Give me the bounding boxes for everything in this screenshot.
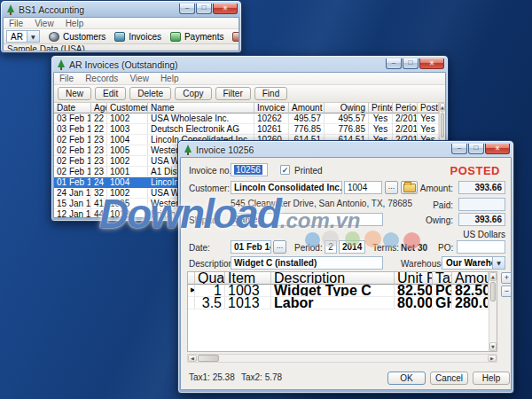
table-cell[interactable]: 1005 <box>107 199 148 209</box>
table-cell[interactable]: 12 Jan 14 <box>54 209 91 218</box>
column-header[interactable]: Date <box>54 103 91 113</box>
po-input[interactable] <box>457 240 505 254</box>
close-button[interactable]: x <box>419 59 444 69</box>
column-header[interactable]: Posted <box>418 103 439 113</box>
table-cell[interactable]: 280.00 <box>452 297 489 309</box>
payments-button[interactable]: Payments <box>170 32 223 42</box>
table-cell[interactable]: 10262 <box>254 113 289 124</box>
ok-button[interactable]: OK <box>387 372 426 385</box>
period-year-input[interactable]: 2014 <box>339 240 365 254</box>
new-button[interactable]: New <box>58 87 91 100</box>
minimize-button[interactable]: – <box>451 144 467 154</box>
table-cell[interactable]: 32 <box>91 188 107 199</box>
table-cell[interactable]: 01 Feb 14 <box>54 177 91 188</box>
table-row[interactable]: ▶11003Widget Type C82.50PGH82.50 <box>188 285 489 297</box>
table-cell[interactable]: 23 <box>91 135 107 145</box>
scroll-right-icon[interactable]: ▶ <box>488 355 497 362</box>
table-cell[interactable]: 1018 <box>107 209 148 218</box>
table-cell[interactable]: 1004 <box>107 177 148 188</box>
column-header[interactable]: Owing <box>325 103 369 113</box>
table-row[interactable]: 3.51013Labor80.00GH280.00 <box>188 297 489 309</box>
column-header[interactable]: Unit Price <box>395 272 433 285</box>
cancel-button[interactable]: Cancel <box>430 372 468 385</box>
scroll-down-icon[interactable]: ▼ <box>489 342 497 351</box>
add-line-button[interactable]: + <box>501 272 512 284</box>
table-cell[interactable]: 1003 <box>225 285 271 297</box>
chevron-down-icon[interactable]: ▼ <box>492 257 505 269</box>
printed-checkbox[interactable]: ✓ <box>280 165 290 175</box>
table-cell[interactable]: 02 Feb 14 <box>54 167 91 177</box>
table-cell[interactable]: 15 Jan 14 <box>54 199 91 209</box>
delete-button[interactable]: Delete <box>129 87 171 100</box>
maximize-button[interactable]: □ <box>403 59 419 69</box>
table-cell[interactable]: 1 <box>195 285 225 297</box>
table-cell[interactable]: 23 <box>91 156 107 167</box>
scrollbar-thumb[interactable] <box>441 113 444 137</box>
table-row[interactable]: 03 Feb 14221003Deutsch Electronik AG1026… <box>54 124 439 135</box>
menu-help[interactable]: Help <box>66 19 84 28</box>
close-button[interactable]: x <box>485 144 510 154</box>
table-cell[interactable]: 02 Feb 14 <box>54 135 91 145</box>
table-cell[interactable]: 1002 <box>107 188 148 199</box>
scroll-up-icon[interactable]: ▲ <box>489 272 497 281</box>
table-cell[interactable]: 02 Feb 14 <box>54 145 91 156</box>
column-header[interactable]: Name <box>148 103 254 113</box>
table-cell[interactable]: 1013 <box>225 297 271 309</box>
table-cell[interactable]: GH <box>433 297 452 309</box>
table-cell[interactable]: Deutsch Electronik AG <box>148 124 254 135</box>
table-cell[interactable]: 03 Feb 14 <box>54 124 91 135</box>
menu-view[interactable]: View <box>129 74 149 83</box>
close-button[interactable]: x <box>213 4 238 14</box>
table-cell[interactable]: PGH <box>433 285 452 297</box>
minimize-button[interactable]: – <box>179 4 195 14</box>
table-cell[interactable]: Yes <box>418 113 439 124</box>
table-cell[interactable]: 22 <box>91 113 107 124</box>
column-header[interactable]: Printed <box>369 103 393 113</box>
table-cell[interactable]: 24 <box>91 177 107 188</box>
table-cell[interactable]: 1003 <box>107 124 148 135</box>
scrollbar-thumb[interactable] <box>198 355 219 362</box>
remove-line-button[interactable]: − <box>501 286 512 297</box>
date-input[interactable]: 01 Feb 14 <box>231 240 271 254</box>
table-cell[interactable]: 23 <box>91 145 107 156</box>
minimize-button[interactable]: – <box>386 59 402 69</box>
menu-file[interactable]: File <box>59 74 74 83</box>
maximize-button[interactable]: □ <box>196 4 212 14</box>
table-cell[interactable]: Yes <box>369 124 393 135</box>
vertical-scrollbar[interactable]: ▲ ▼ <box>489 272 497 351</box>
module-selector[interactable]: AR ▼ <box>6 30 40 43</box>
table-cell[interactable]: 03 Feb 14 <box>54 113 91 124</box>
table-row[interactable]: 03 Feb 14221002USA Wholesale Inc.1026249… <box>54 113 439 124</box>
find-button[interactable]: Find <box>254 87 287 100</box>
table-cell[interactable]: 3.5 <box>195 297 225 309</box>
table-cell[interactable]: Yes <box>418 124 439 135</box>
table-cell[interactable]: 1002 <box>107 156 148 167</box>
table-cell[interactable]: 495.57 <box>289 113 325 124</box>
column-header[interactable]: Description <box>271 272 395 285</box>
warehouse-select[interactable]: Our Warehouse ▼ <box>442 256 505 270</box>
column-header[interactable]: Amount <box>452 272 489 285</box>
table-cell[interactable]: 82.50 <box>395 285 433 297</box>
table-cell[interactable]: 22 <box>91 124 107 135</box>
customer-no-input[interactable]: 1004 <box>344 181 382 194</box>
table-cell[interactable]: 82.50 <box>452 285 489 297</box>
column-header[interactable]: Amount <box>289 103 325 113</box>
ar-titlebar[interactable]: AR Invoices (Outstanding) – □ x <box>53 58 446 72</box>
column-header[interactable]: Tax <box>433 272 452 285</box>
table-cell[interactable]: 23 <box>91 167 107 177</box>
scroll-up-icon[interactable]: ▲ <box>440 103 445 112</box>
reports-button[interactable]: Reports <box>232 32 239 42</box>
description-input[interactable]: Widget C (installed) <box>231 256 383 270</box>
table-cell[interactable]: Labor <box>271 297 395 309</box>
table-cell[interactable]: 24 Jan 14 <box>54 188 91 199</box>
table-cell[interactable]: USA Wholesale Inc. <box>148 113 254 124</box>
customer-browse-button[interactable]: ... <box>385 181 398 194</box>
table-cell[interactable]: Yes <box>369 113 393 124</box>
invoice-titlebar[interactable]: Invoice 10256 – □ x <box>180 143 512 157</box>
invoices-button[interactable]: Invoices <box>114 32 161 42</box>
table-cell[interactable]: 776.85 <box>325 124 369 135</box>
table-cell[interactable]: 2/2014 <box>393 113 418 124</box>
table-cell[interactable]: 495.57 <box>325 113 369 124</box>
table-cell[interactable]: 776.85 <box>289 124 325 135</box>
shipto-input[interactable]: Same <box>231 213 383 226</box>
